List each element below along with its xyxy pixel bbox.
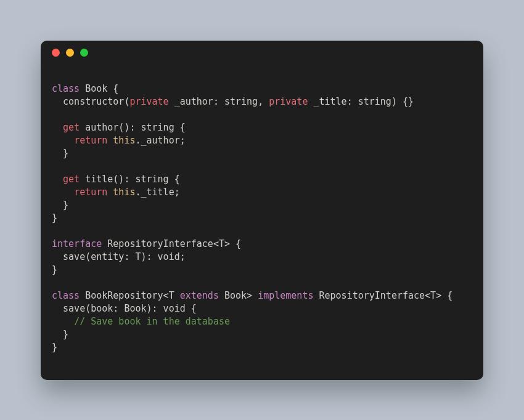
code-token: get bbox=[63, 122, 85, 133]
code-line: } bbox=[52, 328, 472, 341]
code-token: Book { bbox=[85, 83, 118, 94]
code-token: _title: string) {} bbox=[313, 96, 414, 107]
code-token: ._author; bbox=[135, 135, 185, 146]
code-token bbox=[52, 187, 74, 198]
code-token: class bbox=[52, 290, 85, 301]
code-line: // Save book in the database bbox=[52, 315, 472, 328]
window-titlebar bbox=[41, 41, 483, 65]
code-line bbox=[52, 160, 472, 173]
code-token: } bbox=[52, 264, 57, 275]
code-line: get title(): string { bbox=[52, 173, 472, 186]
code-line: get author(): string { bbox=[52, 121, 472, 134]
code-token: return bbox=[74, 135, 113, 146]
code-line bbox=[52, 225, 472, 238]
code-line: } bbox=[52, 264, 472, 277]
code-token: } bbox=[52, 148, 68, 159]
code-line: } bbox=[52, 212, 472, 225]
code-token: author(): string { bbox=[85, 122, 186, 133]
code-token: class bbox=[52, 83, 85, 94]
code-line bbox=[52, 277, 472, 289]
code-token: _author: string, bbox=[174, 96, 269, 107]
code-token bbox=[52, 135, 74, 146]
code-token: title(): string { bbox=[85, 174, 180, 185]
code-line bbox=[52, 108, 472, 121]
code-token: } bbox=[52, 329, 68, 340]
code-line: interface RepositoryInterface<T> { bbox=[52, 238, 472, 251]
code-token: interface bbox=[52, 238, 107, 249]
code-line: } bbox=[52, 147, 472, 160]
code-token: ._title; bbox=[135, 187, 179, 198]
code-token bbox=[52, 316, 74, 327]
code-token: private bbox=[129, 96, 174, 107]
code-token: implements bbox=[258, 290, 319, 301]
code-token: this bbox=[113, 135, 135, 146]
code-token: get bbox=[63, 174, 85, 185]
code-token: extends bbox=[180, 290, 224, 301]
code-token: RepositoryInterface<T> { bbox=[107, 238, 241, 249]
code-line: return this._title; bbox=[52, 186, 472, 199]
code-token bbox=[52, 174, 63, 185]
code-token: // Save book in the database bbox=[74, 316, 230, 327]
code-line: constructor(private _author: string, pri… bbox=[52, 95, 472, 108]
minimize-icon[interactable] bbox=[66, 49, 74, 57]
code-editor[interactable]: class Book { constructor(private _author… bbox=[41, 65, 483, 380]
code-line: class Book { bbox=[52, 83, 472, 95]
code-token: } bbox=[52, 200, 68, 211]
code-token: private bbox=[269, 96, 313, 107]
code-line: save(entity: T): void; bbox=[52, 251, 472, 264]
code-window: class Book { constructor(private _author… bbox=[41, 41, 483, 380]
code-token: } bbox=[52, 212, 57, 224]
code-token: Book> bbox=[224, 290, 258, 301]
code-token: save(entity: T): void; bbox=[52, 251, 186, 262]
code-line: save(book: Book): void { bbox=[52, 302, 472, 315]
close-icon[interactable] bbox=[52, 49, 60, 57]
code-token: constructor( bbox=[52, 96, 129, 107]
code-token: } bbox=[52, 342, 57, 353]
code-line: class BookRepository<T extends Book> imp… bbox=[52, 289, 472, 302]
maximize-icon[interactable] bbox=[80, 49, 88, 57]
code-line: } bbox=[52, 341, 472, 354]
code-token: this bbox=[113, 187, 135, 198]
code-token: return bbox=[74, 187, 113, 198]
code-token: RepositoryInterface<T> { bbox=[319, 290, 453, 301]
code-line: return this._author; bbox=[52, 134, 472, 147]
code-line: } bbox=[52, 199, 472, 212]
code-token bbox=[52, 122, 63, 133]
code-token: save(book: Book): void { bbox=[52, 303, 197, 314]
code-token: BookRepository<T bbox=[85, 290, 180, 301]
